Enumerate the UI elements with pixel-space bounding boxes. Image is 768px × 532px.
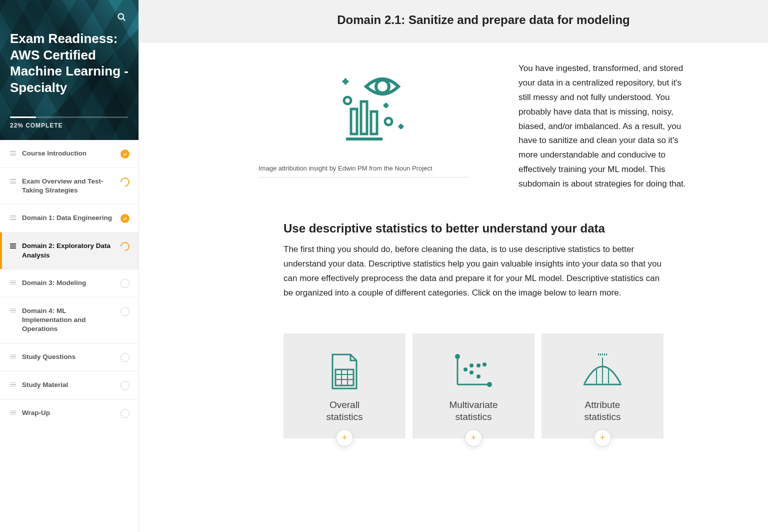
search-button[interactable] [114, 10, 128, 26]
section-subheading: Use descriptive statistics to better und… [284, 222, 664, 236]
nav-item-label: Course Introduction [22, 149, 114, 158]
nav-item-label: Domain 4: ML Implementation and Operatio… [22, 306, 114, 334]
svg-rect-5 [371, 112, 377, 134]
svg-line-1 [123, 18, 125, 20]
status-empty-icon [120, 353, 130, 362]
sidebar-hero: Exam Readiness: AWS Certified Machine Le… [0, 0, 138, 140]
status-done-icon [120, 214, 130, 223]
nav-item[interactable]: Exam Overview and Test-Taking Strategies [0, 168, 138, 204]
section-body: The first thing you should do, before cl… [284, 242, 664, 300]
page-header: Domain 2.1: Sanitize and prepare data fo… [139, 0, 768, 42]
stat-card[interactable]: Multivariatestatistics+ [412, 334, 534, 438]
svg-point-20 [470, 370, 474, 374]
nav-item[interactable]: Study Material [0, 371, 138, 399]
stat-card[interactable]: Overallstatistics+ [284, 334, 406, 438]
svg-point-18 [464, 368, 468, 372]
svg-point-19 [470, 364, 474, 368]
distribution-icon [582, 349, 624, 394]
menu-lines-icon [10, 244, 16, 248]
menu-lines-icon [10, 382, 16, 387]
status-partial-icon [118, 176, 131, 188]
main-content: Domain 2.1: Sanitize and prepare data fo… [139, 0, 768, 532]
progress-indicator: 22% COMPLETE [10, 116, 128, 129]
insight-icon [318, 66, 418, 152]
expand-button[interactable]: + [336, 430, 353, 446]
search-icon [116, 12, 126, 22]
nav-item-label: Exam Overview and Test-Taking Strategies [22, 177, 114, 195]
spreadsheet-icon [328, 349, 360, 394]
expand-button[interactable]: + [594, 430, 611, 446]
menu-lines-icon [10, 354, 16, 359]
svg-point-7 [344, 97, 351, 104]
status-done-icon [120, 150, 130, 158]
svg-point-2 [376, 80, 389, 93]
intro-figure: Image attribution insight by Edwin PM fr… [258, 62, 478, 178]
nav-item-label: Domain 2: Exploratory Data Analysis [22, 242, 114, 260]
nav-list: Course IntroductionExam Overview and Tes… [0, 140, 138, 427]
nav-item[interactable]: Domain 1: Data Engineering [0, 204, 138, 232]
intro-section: Image attribution insight by Edwin PM fr… [188, 42, 718, 468]
menu-lines-icon [10, 280, 16, 285]
nav-item-label: Wrap-Up [22, 408, 114, 418]
svg-point-23 [476, 374, 480, 378]
progress-label: 22% COMPLETE [10, 122, 128, 129]
nav-item-label: Study Questions [22, 352, 114, 362]
status-partial-icon [118, 240, 131, 253]
status-empty-icon [120, 381, 130, 390]
nav-item-label: Study Material [22, 380, 114, 390]
status-empty-icon [120, 307, 130, 316]
menu-lines-icon [10, 410, 16, 415]
menu-lines-icon [10, 151, 16, 156]
nav-item[interactable]: Domain 2: Exploratory Data Analysis [0, 232, 138, 268]
page-title: Domain 2.1: Sanitize and prepare data fo… [159, 13, 748, 27]
svg-rect-3 [351, 109, 357, 134]
intro-text: You have ingested, transformed, and stor… [518, 62, 688, 192]
nav-item[interactable]: Course Introduction [0, 140, 138, 168]
nav-item[interactable]: Wrap-Up [0, 399, 138, 427]
menu-lines-icon [10, 308, 16, 313]
status-empty-icon [120, 409, 130, 418]
scatter-plot-icon [454, 349, 494, 394]
status-empty-icon [120, 279, 130, 288]
nav-item-label: Domain 3: Modeling [22, 278, 114, 288]
menu-lines-icon [10, 216, 16, 220]
nav-item[interactable]: Domain 4: ML Implementation and Operatio… [0, 297, 138, 343]
expand-button[interactable]: + [465, 430, 482, 446]
card-label: Attributestatistics [584, 399, 621, 423]
card-label: Overallstatistics [326, 399, 363, 423]
sidebar: Exam Readiness: AWS Certified Machine Le… [0, 0, 139, 532]
nav-item[interactable]: Domain 3: Modeling [0, 269, 138, 297]
intro-caption: Image attribution insight by Edwin PM fr… [258, 162, 468, 178]
menu-lines-icon [10, 179, 16, 184]
svg-point-21 [476, 364, 480, 368]
svg-point-16 [455, 354, 460, 359]
stat-card[interactable]: Attributestatistics+ [542, 334, 664, 438]
nav-item-label: Domain 1: Data Engineering [22, 214, 114, 222]
svg-rect-4 [361, 102, 367, 134]
svg-point-17 [487, 382, 492, 387]
svg-point-8 [385, 118, 392, 125]
card-row: Overallstatistics+Multivariatestatistics… [284, 316, 664, 468]
svg-point-22 [482, 362, 486, 366]
nav-item[interactable]: Study Questions [0, 343, 138, 371]
svg-rect-9 [336, 370, 354, 386]
course-title: Exam Readiness: AWS Certified Machine Le… [10, 30, 128, 96]
card-label: Multivariatestatistics [449, 399, 498, 423]
